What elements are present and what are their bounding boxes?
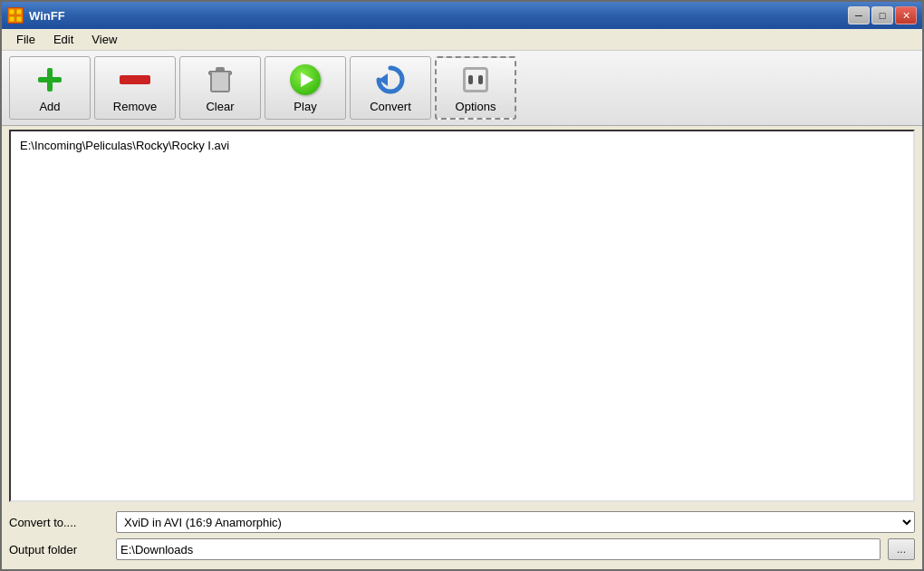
minimize-button[interactable]: ─: [848, 6, 870, 24]
options-icon: [459, 63, 492, 96]
convert-to-label: Convert to....: [9, 516, 109, 529]
window-controls: ─ □ ✕: [848, 6, 917, 24]
add-icon: [34, 63, 66, 96]
convert-to-select-wrapper: XviD in AVI (16:9 Anamorphic) XviD in AV…: [116, 511, 915, 533]
menu-view[interactable]: View: [84, 31, 124, 48]
app-icon: [7, 7, 24, 24]
clear-button[interactable]: Clear: [179, 56, 261, 120]
add-button[interactable]: Add: [9, 56, 91, 120]
svg-rect-0: [9, 9, 14, 15]
add-label: Add: [39, 100, 60, 113]
output-folder-label: Output folder: [9, 543, 109, 556]
play-icon: [289, 63, 322, 96]
menu-edit[interactable]: Edit: [46, 31, 81, 48]
menu-bar: File Edit View: [2, 29, 922, 51]
bottom-controls: Convert to.... XviD in AVI (16:9 Anamorp…: [2, 506, 922, 569]
maximize-button[interactable]: □: [871, 6, 893, 24]
convert-to-row: Convert to.... XviD in AVI (16:9 Anamorp…: [9, 511, 915, 533]
app-title: WinFF: [29, 9, 65, 23]
remove-button[interactable]: Remove: [94, 56, 176, 120]
svg-rect-2: [9, 16, 14, 22]
convert-to-select[interactable]: XviD in AVI (16:9 Anamorphic) XviD in AV…: [116, 511, 915, 533]
list-item: E:\Incoming\Peliculas\Rocky\Rocky I.avi: [16, 137, 908, 154]
output-folder-row: Output folder ...: [9, 538, 915, 560]
toolbar: Add Remove Clear: [2, 51, 922, 126]
svg-rect-1: [16, 9, 22, 15]
options-label: Options: [456, 100, 496, 113]
remove-icon: [119, 63, 151, 96]
trash-icon: [204, 63, 236, 96]
remove-label: Remove: [113, 100, 157, 113]
convert-label: Convert: [370, 100, 411, 113]
output-folder-input[interactable]: [116, 538, 881, 560]
clear-label: Clear: [206, 100, 234, 113]
convert-button[interactable]: Convert: [350, 56, 431, 120]
main-window: WinFF ─ □ ✕ File Edit View Add Remove: [0, 0, 924, 571]
file-list[interactable]: E:\Incoming\Peliculas\Rocky\Rocky I.avi: [9, 130, 915, 502]
convert-icon: [374, 63, 407, 96]
options-button[interactable]: Options: [435, 56, 516, 120]
svg-rect-3: [16, 16, 22, 22]
close-button[interactable]: ✕: [895, 6, 917, 24]
menu-file[interactable]: File: [9, 31, 43, 48]
title-bar: WinFF ─ □ ✕: [2, 2, 922, 29]
title-bar-left: WinFF: [7, 7, 65, 24]
browse-button[interactable]: ...: [888, 538, 915, 560]
play-label: Play: [294, 100, 316, 113]
play-button[interactable]: Play: [265, 56, 346, 120]
